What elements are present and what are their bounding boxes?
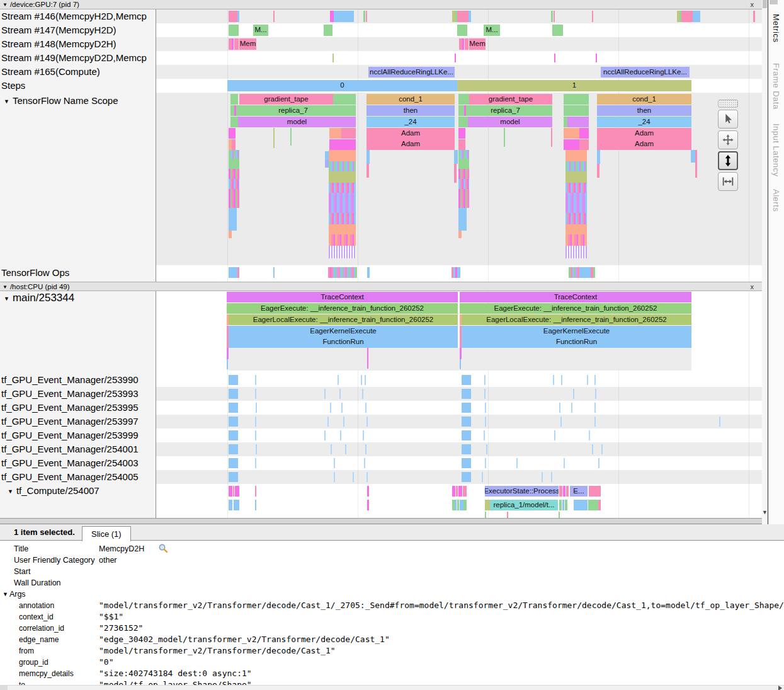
trace-event-ncclallreduceringllke-[interactable]: ncclAllReduceRingLLKe... bbox=[601, 67, 690, 78]
trace-event-bar[interactable] bbox=[324, 25, 332, 36]
trace-event-bar[interactable] bbox=[329, 193, 356, 203]
trace-event-bar[interactable] bbox=[341, 128, 356, 139]
trace-event-bar[interactable] bbox=[353, 472, 354, 482]
trace-event-replica-1-model-t-[interactable]: replica_1/model/t... bbox=[490, 500, 558, 510]
trace-event-bar[interactable] bbox=[588, 500, 598, 510]
scroll-right-arrow-icon[interactable] bbox=[778, 686, 782, 690]
trace-event-bar[interactable] bbox=[563, 486, 565, 497]
trace-event-bar[interactable] bbox=[592, 444, 593, 454]
trace-event-bar[interactable] bbox=[255, 417, 256, 427]
trace-event-bar[interactable] bbox=[229, 231, 232, 238]
trace-event-bar[interactable] bbox=[367, 486, 369, 497]
trace-event-0[interactable]: 0 bbox=[227, 80, 457, 91]
trace-event-bar[interactable] bbox=[581, 267, 591, 278]
trace-event-bar[interactable] bbox=[456, 486, 458, 497]
trace-event-eagerlocalexecute-inference-trai[interactable]: EagerLocalExecute: __inference_train_fun… bbox=[229, 314, 458, 325]
collapse-arrow[interactable]: ▼ bbox=[3, 2, 8, 8]
trace-event-bar[interactable] bbox=[565, 224, 587, 234]
trace-event-gradient-tape[interactable]: gradient_tape bbox=[239, 94, 333, 105]
trace-event-bar[interactable] bbox=[551, 128, 552, 147]
trace-event-gradient-tape[interactable]: gradient_tape bbox=[469, 94, 552, 105]
trace-event-bar[interactable] bbox=[551, 472, 552, 482]
trace-event-adam[interactable]: Adam bbox=[597, 139, 691, 150]
trace-event-bar[interactable] bbox=[464, 105, 466, 116]
trace-event-bar[interactable] bbox=[362, 389, 363, 399]
trace-event-bar[interactable] bbox=[229, 472, 238, 482]
trace-event-replica-7[interactable]: replica_7 bbox=[230, 105, 356, 116]
trace-event-bar[interactable] bbox=[462, 458, 471, 468]
trace-event-ncclallreduceringllke-[interactable]: ncclAllReduceRingLLKe... bbox=[368, 67, 455, 78]
trace-event-bar[interactable] bbox=[363, 430, 364, 440]
trace-event-bar[interactable] bbox=[457, 11, 469, 22]
trace-event-tracecontext[interactable]: TraceContext bbox=[227, 292, 458, 302]
trace-event-bar[interactable] bbox=[458, 208, 467, 231]
trace-event-bar[interactable] bbox=[338, 375, 339, 385]
trace-event-bar[interactable] bbox=[594, 403, 596, 413]
trace-event-bar[interactable] bbox=[230, 117, 238, 127]
trace-event-bar[interactable] bbox=[330, 403, 331, 413]
trace-event-bar[interactable] bbox=[462, 417, 471, 427]
trace-event-bar[interactable] bbox=[366, 150, 370, 164]
trace-event-bar[interactable] bbox=[256, 444, 257, 454]
trace-event-eagerkernelexecute[interactable]: EagerKernelExecute bbox=[462, 326, 691, 336]
trace-event-bar[interactable] bbox=[329, 183, 356, 193]
trace-event-bar[interactable] bbox=[367, 267, 370, 278]
trace-event-bar[interactable] bbox=[753, 11, 755, 22]
trace-event-bar[interactable] bbox=[256, 403, 257, 413]
trace-event-bar[interactable] bbox=[592, 11, 593, 22]
trace-event-bar[interactable] bbox=[601, 444, 603, 454]
trace-event-bar[interactable] bbox=[458, 179, 469, 189]
trace-event-bar[interactable] bbox=[329, 161, 356, 171]
side-tab-input-latency[interactable]: Input Latency bbox=[771, 124, 781, 177]
trace-event-bar[interactable] bbox=[229, 150, 239, 159]
trace-event-bar[interactable] bbox=[334, 458, 335, 468]
trace-event-bar[interactable] bbox=[458, 169, 469, 179]
trace-event-bar[interactable] bbox=[229, 403, 238, 413]
trace-event-bar[interactable] bbox=[597, 150, 600, 164]
trace-event-bar[interactable] bbox=[460, 359, 461, 369]
trace-event-bar[interactable] bbox=[485, 403, 486, 413]
trace-event-replica-7[interactable]: replica_7 bbox=[458, 105, 552, 116]
trace-event-bar[interactable] bbox=[454, 164, 457, 183]
trace-event-bar[interactable] bbox=[329, 171, 356, 183]
trace-event-bar[interactable] bbox=[255, 500, 256, 510]
trace-event-bar[interactable] bbox=[462, 38, 464, 50]
trace-event-bar[interactable] bbox=[229, 25, 239, 36]
trace-event-bar[interactable] bbox=[255, 458, 256, 468]
trace-event-m-[interactable]: M... bbox=[484, 25, 500, 36]
trace-event-bar[interactable] bbox=[343, 417, 344, 427]
trace-event-bar[interactable] bbox=[542, 472, 543, 482]
trace-event-bar[interactable] bbox=[567, 117, 589, 127]
trace-event-bar[interactable] bbox=[229, 159, 239, 169]
trace-event-e-[interactable]: E... bbox=[570, 486, 588, 497]
trace-event-bar[interactable] bbox=[485, 500, 490, 510]
trace-event-bar[interactable] bbox=[587, 375, 588, 385]
trace-event-bar[interactable] bbox=[566, 486, 569, 497]
trace-event-bar[interactable] bbox=[507, 512, 508, 518]
trace-event-tracecontext[interactable]: TraceContext bbox=[460, 292, 691, 302]
trace-event-bar[interactable] bbox=[364, 458, 365, 468]
collapse-arrow[interactable]: ▼ bbox=[4, 98, 9, 105]
trace-event-bar[interactable] bbox=[460, 348, 462, 359]
trace-event-bar[interactable] bbox=[329, 246, 356, 258]
trace-event-bar[interactable] bbox=[564, 458, 565, 468]
trace-event-bar[interactable] bbox=[593, 267, 595, 278]
trace-event-bar[interactable] bbox=[695, 150, 697, 178]
trace-event-bar[interactable] bbox=[232, 139, 236, 150]
trace-event-bar[interactable] bbox=[462, 389, 471, 399]
trace-event-bar[interactable] bbox=[564, 94, 589, 105]
trace-event-bar[interactable] bbox=[559, 512, 560, 518]
trace-event-bar[interactable] bbox=[486, 444, 487, 454]
trace-event-bar[interactable] bbox=[561, 375, 562, 385]
trace-event-bar[interactable] bbox=[560, 417, 562, 427]
trace-event-bar[interactable] bbox=[579, 128, 589, 139]
trace-event-model[interactable]: model bbox=[238, 117, 356, 127]
trace-event-bar[interactable] bbox=[596, 54, 597, 62]
trace-event-bar[interactable] bbox=[333, 94, 356, 105]
trace-event-bar[interactable] bbox=[324, 430, 326, 440]
trace-event-bar[interactable] bbox=[484, 389, 486, 399]
trace-event-bar[interactable] bbox=[273, 128, 275, 148]
trace-event-bar[interactable] bbox=[255, 389, 256, 399]
trace-event-bar[interactable] bbox=[229, 128, 236, 139]
trace-event-bar[interactable] bbox=[589, 430, 590, 440]
